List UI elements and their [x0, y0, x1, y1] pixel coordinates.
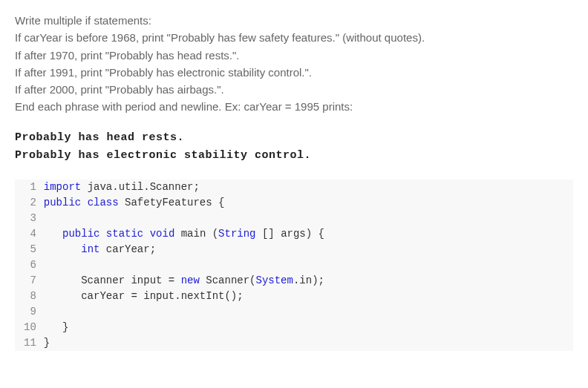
code-line: public static void main (String [] args)…	[44, 226, 324, 242]
line-number: 3	[24, 211, 36, 226]
code-line: public class SafetyFeatures {	[44, 195, 324, 211]
code-content: import java.util.Scanner; public class S…	[44, 180, 324, 351]
instruction-line: If after 1991, print "Probably has elect…	[15, 64, 573, 81]
line-number: 11	[24, 335, 36, 351]
instruction-line: If after 1970, print "Probably has head …	[15, 47, 573, 64]
line-number: 7	[24, 273, 36, 289]
example-output: Probably has head rests. Probably has el…	[15, 129, 573, 165]
instruction-line: End each phrase with period and newline.…	[15, 98, 573, 115]
code-line: import java.util.Scanner;	[44, 180, 324, 195]
line-number: 4	[24, 226, 36, 242]
example-line: Probably has head rests.	[15, 129, 573, 147]
code-editor: 1 2 3 4 5 6 7 8 9 10 11 import java.util…	[15, 180, 573, 351]
line-number: 6	[24, 257, 36, 273]
instruction-line: Write multiple if statements:	[15, 12, 573, 29]
instruction-line: If carYear is before 1968, print "Probab…	[15, 29, 573, 46]
line-number: 5	[24, 242, 36, 257]
example-line: Probably has electronic stability contro…	[15, 147, 573, 165]
code-line: Scanner input = new Scanner(System.in);	[44, 273, 324, 289]
line-number: 10	[24, 320, 36, 335]
line-number: 1	[24, 180, 36, 195]
code-line: int carYear;	[44, 242, 324, 257]
code-line: }	[44, 320, 324, 335]
line-number: 2	[24, 195, 36, 211]
code-line: }	[44, 335, 324, 351]
problem-instructions: Write multiple if statements: If carYear…	[15, 12, 573, 116]
line-number: 9	[24, 304, 36, 320]
line-number: 8	[24, 289, 36, 304]
code-line	[44, 304, 324, 320]
line-number-gutter: 1 2 3 4 5 6 7 8 9 10 11	[15, 180, 44, 351]
instruction-line: If after 2000, print "Probably has airba…	[15, 81, 573, 98]
code-line	[44, 257, 324, 273]
code-line: carYear = input.nextInt();	[44, 289, 324, 304]
code-line	[44, 211, 324, 226]
